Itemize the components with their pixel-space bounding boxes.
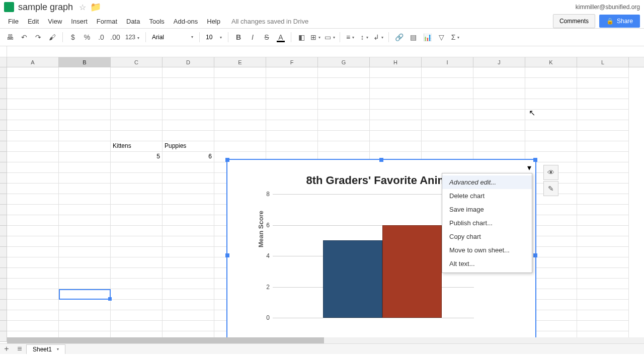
cell[interactable] [111, 257, 163, 268]
link-icon[interactable]: 🔗 [393, 31, 405, 43]
row-header[interactable] [0, 110, 7, 120]
resize-handle-ne[interactable] [533, 158, 537, 162]
cell[interactable] [422, 110, 473, 120]
cell[interactable] [473, 141, 525, 152]
cell[interactable] [59, 268, 111, 279]
cell[interactable] [59, 247, 111, 257]
cell[interactable] [214, 131, 266, 141]
menu-format[interactable]: Format [93, 16, 121, 27]
increase-decimal-icon[interactable]: .00 [109, 31, 121, 43]
cell[interactable] [266, 120, 318, 131]
menu-view[interactable]: View [44, 16, 66, 27]
cell[interactable] [111, 173, 163, 184]
cell[interactable] [577, 215, 629, 226]
row-header[interactable] [0, 321, 7, 331]
document-title[interactable]: sample graph [18, 2, 73, 13]
cell[interactable] [163, 310, 214, 321]
cell[interactable] [473, 120, 525, 131]
cell[interactable] [111, 194, 163, 205]
cell[interactable] [370, 88, 422, 99]
cell[interactable] [266, 67, 318, 78]
col-header-F[interactable]: F [266, 57, 318, 67]
cell[interactable] [163, 215, 214, 226]
cell[interactable] [422, 88, 473, 99]
cell[interactable]: 5 [111, 152, 163, 162]
cell[interactable] [111, 289, 163, 300]
cell[interactable] [7, 110, 59, 120]
row-header[interactable] [0, 194, 7, 205]
redo-icon[interactable]: ↷ [32, 31, 44, 43]
row-header[interactable] [0, 141, 7, 152]
row-header[interactable] [0, 152, 7, 162]
cell[interactable] [370, 99, 422, 110]
cell[interactable] [59, 173, 111, 184]
cell[interactable] [577, 120, 629, 131]
cell[interactable] [7, 67, 59, 78]
cell[interactable] [111, 247, 163, 257]
cell[interactable] [59, 99, 111, 110]
cell[interactable] [7, 236, 59, 247]
horizontal-scrollbar[interactable] [7, 337, 644, 343]
cell[interactable] [525, 131, 577, 141]
cell[interactable] [577, 184, 629, 194]
cell[interactable] [214, 141, 266, 152]
cell[interactable] [111, 310, 163, 321]
cell[interactable] [266, 88, 318, 99]
cell[interactable] [577, 88, 629, 99]
cell[interactable] [525, 120, 577, 131]
cell[interactable] [525, 78, 577, 88]
merge-cells-icon[interactable]: ▭▾ [324, 31, 336, 43]
cell[interactable] [163, 226, 214, 236]
resize-handle-nw[interactable] [225, 158, 229, 162]
cell[interactable] [318, 131, 370, 141]
add-sheet-button[interactable]: + [0, 344, 13, 353]
cell[interactable] [577, 289, 629, 300]
cell[interactable] [7, 257, 59, 268]
menu-insert[interactable]: Insert [67, 16, 92, 27]
cell[interactable] [577, 205, 629, 215]
cell[interactable] [111, 268, 163, 279]
cell[interactable] [577, 78, 629, 88]
row-header[interactable] [0, 279, 7, 289]
cell[interactable] [7, 300, 59, 310]
currency-button[interactable]: $ [67, 31, 79, 43]
col-header-D[interactable]: D [163, 57, 214, 67]
text-color-button[interactable]: A [275, 31, 287, 43]
cell[interactable] [422, 131, 473, 141]
cell[interactable] [422, 78, 473, 88]
cell[interactable] [214, 120, 266, 131]
cell[interactable] [111, 321, 163, 331]
number-format-button[interactable]: 123▾ [123, 34, 141, 41]
row-header[interactable] [0, 300, 7, 310]
cell[interactable] [59, 67, 111, 78]
cell[interactable] [525, 67, 577, 78]
cell[interactable] [266, 131, 318, 141]
cell[interactable] [163, 289, 214, 300]
fill-color-icon[interactable]: ◧ [295, 31, 307, 43]
cell[interactable] [577, 99, 629, 110]
row-header[interactable] [0, 257, 7, 268]
cell[interactable] [163, 268, 214, 279]
cell[interactable] [111, 67, 163, 78]
cell[interactable] [111, 78, 163, 88]
cell[interactable] [163, 257, 214, 268]
cell[interactable] [525, 88, 577, 99]
cell[interactable] [163, 99, 214, 110]
cell[interactable] [111, 131, 163, 141]
formula-bar[interactable] [0, 46, 644, 57]
row-header[interactable] [0, 310, 7, 321]
cell[interactable] [111, 215, 163, 226]
cell[interactable] [7, 173, 59, 184]
cell[interactable] [7, 289, 59, 300]
ctx-save-image[interactable]: Save image [442, 203, 532, 216]
cell[interactable] [59, 162, 111, 173]
row-header[interactable] [0, 215, 7, 226]
cell[interactable] [422, 141, 473, 152]
cell[interactable] [318, 67, 370, 78]
cell[interactable]: Puppies [163, 141, 214, 152]
cell[interactable] [214, 110, 266, 120]
cell[interactable] [7, 141, 59, 152]
halign-icon[interactable]: ≡▾ [344, 31, 356, 43]
chart-edit-icon[interactable]: ✎ [543, 181, 558, 196]
cell[interactable] [111, 99, 163, 110]
